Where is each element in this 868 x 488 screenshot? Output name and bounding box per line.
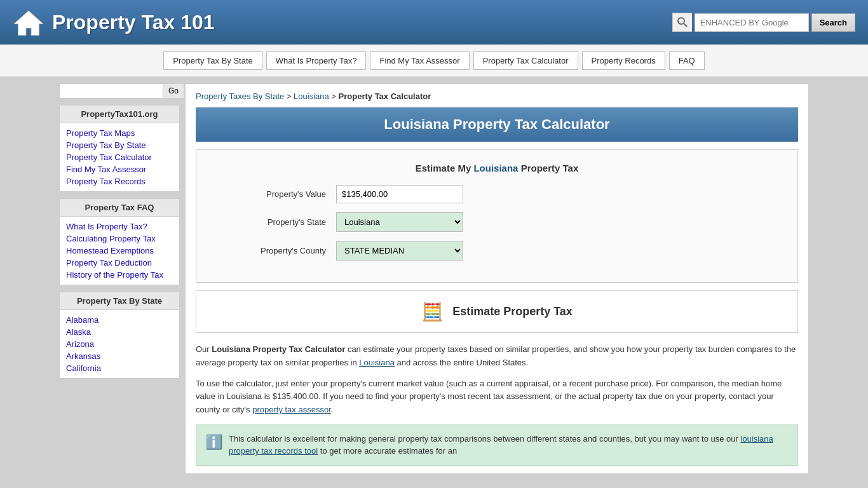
- sidebar-state-arkansas[interactable]: Arkansas: [66, 351, 173, 361]
- sidebar-state-box: Property Tax By State Alabama Alaska Ari…: [59, 292, 180, 379]
- estimate-button-label: Estimate Property Tax: [452, 305, 573, 318]
- nav-what-is[interactable]: What Is Property Tax?: [266, 51, 367, 70]
- sidebar-state-california[interactable]: California: [66, 363, 173, 373]
- sidebar-search-input[interactable]: [59, 83, 163, 98]
- sidebar-faq-links: What Is Property Tax? Calculating Proper…: [60, 217, 179, 285]
- calc-state-select[interactable]: Louisiana: [336, 212, 463, 232]
- sidebar-faq-link-1[interactable]: What Is Property Tax?: [66, 222, 173, 231]
- sidebar: Go PropertyTax101.org Property Tax Maps …: [59, 83, 180, 474]
- sidebar-state-arizona[interactable]: Arizona: [66, 339, 173, 349]
- sidebar-link-by-state[interactable]: Property Tax By State: [66, 140, 173, 150]
- calc-county-label: Property's County: [209, 246, 336, 255]
- desc-bold-1: Louisiana Property Tax Calculator: [212, 344, 345, 354]
- desc-text-1b: and across the entire United States.: [395, 358, 528, 367]
- desc-link-louisiana[interactable]: Louisiana: [359, 358, 395, 367]
- sidebar-faq-link-3[interactable]: Homestead Exemptions: [66, 246, 173, 255]
- sidebar-link-assessor[interactable]: Find My Tax Assessor: [66, 165, 173, 174]
- info-icon: ℹ️: [205, 434, 222, 451]
- nav-by-state[interactable]: Property Tax By State: [163, 51, 262, 70]
- sidebar-search: Go: [59, 83, 180, 98]
- sidebar-faq-link-4[interactable]: Property Tax Deduction: [66, 258, 173, 268]
- sidebar-state-alabama[interactable]: Alabama: [66, 315, 173, 325]
- calc-subtitle: Estimate My Louisiana Property Tax: [209, 163, 785, 173]
- sidebar-link-maps[interactable]: Property Tax Maps: [66, 128, 173, 138]
- site-logo: Property Tax 101: [13, 8, 215, 37]
- calculator-box: Estimate My Louisiana Property Tax Prope…: [196, 149, 798, 283]
- description-para-1: Our Louisiana Property Tax Calculator ca…: [196, 343, 798, 370]
- sidebar-state-title: Property Tax By State: [60, 292, 179, 310]
- calc-value-row: Property's Value: [209, 185, 785, 203]
- nav-find-assessor[interactable]: Find My Tax Assessor: [370, 51, 469, 70]
- header-search-area: Search: [672, 13, 855, 32]
- sidebar-state-links: Alabama Alaska Arizona Arkansas Californ…: [60, 310, 179, 378]
- info-text: This calculator is excellent for making …: [229, 433, 789, 458]
- calc-subtitle-prefix: Estimate My: [416, 163, 474, 173]
- calc-state-row: Property's State Louisiana: [209, 212, 785, 232]
- breadcrumb-link-2[interactable]: Louisiana: [294, 92, 329, 101]
- sidebar-state-alaska[interactable]: Alaska: [66, 327, 173, 337]
- calc-state-label: Property's State: [209, 217, 336, 227]
- navbar: Property Tax By State What Is Property T…: [0, 44, 868, 77]
- site-title: Property Tax 101: [52, 11, 215, 34]
- sidebar-faq-box: Property Tax FAQ What Is Property Tax? C…: [59, 198, 180, 285]
- breadcrumb-link-1[interactable]: Property Taxes By State: [196, 92, 284, 101]
- sidebar-faq-title: Property Tax FAQ: [60, 199, 179, 217]
- calc-county-select[interactable]: STATE MEDIAN: [336, 241, 463, 261]
- calc-state-name: Louisiana: [473, 163, 518, 173]
- svg-marker-0: [14, 11, 43, 35]
- header: Property Tax 101 Search: [0, 0, 868, 44]
- breadcrumb-sep-2: >: [331, 92, 338, 101]
- nav-faq[interactable]: FAQ: [669, 51, 705, 70]
- svg-point-1: [678, 18, 684, 24]
- breadcrumb-current: Property Tax Calculator: [339, 92, 431, 101]
- breadcrumb: Property Taxes By State > Louisiana > Pr…: [196, 92, 798, 101]
- info-text-end: to get more accurate estimates for an: [318, 446, 457, 456]
- main-container: Go PropertyTax101.org Property Tax Maps …: [59, 83, 809, 474]
- desc-text-2b: .: [331, 405, 334, 414]
- sidebar-link-calculator[interactable]: Property Tax Calculator: [66, 152, 173, 162]
- nav-records[interactable]: Property Records: [582, 51, 665, 70]
- search-button[interactable]: Search: [811, 13, 855, 32]
- info-text-main: This calculator is excellent for making …: [229, 434, 740, 444]
- breadcrumb-sep-1: >: [287, 92, 294, 101]
- calc-county-row: Property's County STATE MEDIAN: [209, 241, 785, 261]
- sidebar-search-go-button[interactable]: Go: [163, 83, 184, 98]
- content-area: Property Taxes By State > Louisiana > Pr…: [185, 83, 809, 474]
- search-input[interactable]: [695, 13, 809, 32]
- desc-link-assessor[interactable]: property tax assessor: [252, 405, 331, 414]
- estimate-button[interactable]: 🧮 Estimate Property Tax: [196, 290, 798, 333]
- nav-calculator[interactable]: Property Tax Calculator: [473, 51, 578, 70]
- calculator-icon: 🧮: [421, 301, 444, 322]
- page-heading: Louisiana Property Tax Calculator: [196, 107, 798, 142]
- calc-value-input[interactable]: [336, 185, 463, 203]
- sidebar-faq-link-5[interactable]: History of the Property Tax: [66, 270, 173, 280]
- sidebar-nav-links: Property Tax Maps Property Tax By State …: [60, 123, 179, 191]
- house-icon: [13, 8, 44, 37]
- info-box: ℹ️ This calculator is excellent for maki…: [196, 424, 798, 466]
- search-magnifier-icon: [672, 13, 692, 32]
- sidebar-nav-title: PropertyTax101.org: [60, 105, 179, 123]
- sidebar-faq-link-2[interactable]: Calculating Property Tax: [66, 234, 173, 243]
- sidebar-link-records[interactable]: Property Tax Records: [66, 177, 173, 186]
- calc-subtitle-suffix: Property Tax: [518, 163, 578, 173]
- svg-line-2: [684, 24, 687, 27]
- sidebar-nav-box: PropertyTax101.org Property Tax Maps Pro…: [59, 105, 180, 192]
- calc-value-label: Property's Value: [209, 189, 336, 199]
- description-para-2: To use the calculator, just enter your p…: [196, 377, 798, 417]
